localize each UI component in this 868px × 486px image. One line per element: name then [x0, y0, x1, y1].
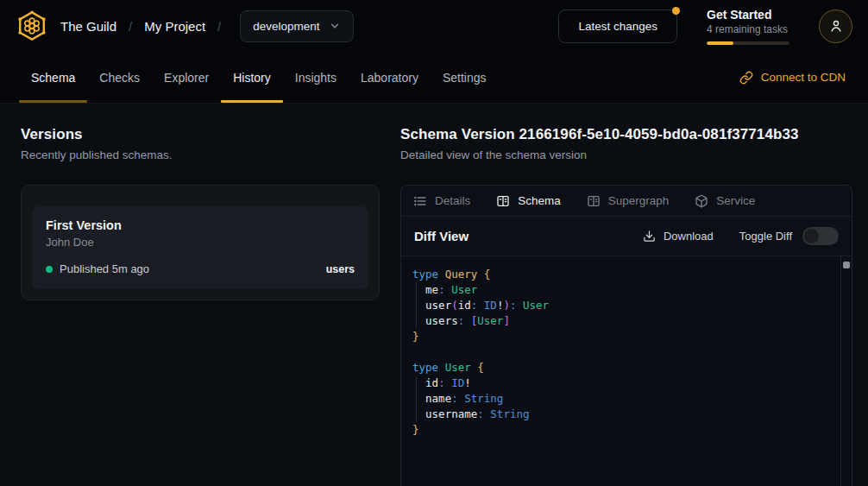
person-icon: [828, 18, 844, 34]
target-selector-dropdown[interactable]: development: [240, 10, 353, 42]
detail-tab-service[interactable]: Service: [695, 194, 755, 208]
connect-to-cdn-button[interactable]: Connect to CDN: [739, 52, 849, 103]
download-button[interactable]: Download: [643, 230, 714, 243]
service-badge: users: [326, 263, 355, 275]
code-line: me: User: [412, 282, 831, 298]
cube-icon: [695, 194, 708, 208]
code-line: username: String: [412, 407, 831, 422]
get-started-progressbar: [707, 41, 789, 45]
code-line: id: ID!: [412, 376, 831, 391]
detail-tab-schema[interactable]: Schema: [496, 194, 561, 208]
code-line: users: [User]: [412, 313, 831, 329]
detail-tab-label: Details: [435, 194, 470, 207]
versions-list-card: First Version John Doe Published 5m ago …: [21, 185, 380, 300]
diff-view-header: Diff View Download Toggle Diff: [401, 217, 852, 256]
hive-logo-icon[interactable]: [16, 9, 48, 42]
get-started-title: Get Started: [707, 8, 789, 22]
nav-tab-list: SchemaChecksExplorerHistoryInsightsLabor…: [19, 52, 499, 103]
toggle-knob: [804, 229, 819, 243]
main-nav: SchemaChecksExplorerHistoryInsightsLabor…: [0, 52, 868, 104]
schema-detail-card: DetailsSchemaSupergraphService Diff View…: [400, 185, 852, 486]
nav-tab-settings[interactable]: Settings: [431, 52, 499, 103]
code-scrollbar[interactable]: [840, 256, 852, 486]
breadcrumb: The Guild / My Project / development: [16, 9, 354, 42]
user-avatar-button[interactable]: [819, 9, 852, 43]
code-line: type User {: [412, 360, 831, 376]
detail-tab-supergraph[interactable]: Supergraph: [587, 194, 670, 208]
download-label: Download: [664, 230, 714, 243]
version-author: John Doe: [46, 236, 355, 249]
version-name: First Version: [46, 218, 355, 232]
get-started-progress-fill: [707, 41, 733, 45]
detail-tab-label: Supergraph: [608, 194, 670, 207]
nav-tab-insights[interactable]: Insights: [283, 52, 349, 103]
breadcrumb-org[interactable]: The Guild: [60, 19, 116, 34]
schema-version-title: Schema Version 2166196f-5e10-4059-bd0a-0…: [400, 126, 852, 143]
detail-tab-label: Schema: [518, 194, 561, 207]
version-list-item[interactable]: First Version John Doe Published 5m ago …: [32, 206, 368, 289]
toggle-diff-label: Toggle Diff: [739, 230, 792, 243]
notification-dot: [672, 7, 680, 15]
download-icon: [643, 230, 656, 243]
versions-panel: Versions Recently published schemas. Fir…: [0, 104, 400, 486]
nav-tab-explorer[interactable]: Explorer: [152, 52, 221, 103]
code-block: type Query { me: User user(id: ID!): Use…: [412, 267, 831, 438]
code-line: }: [412, 329, 831, 344]
nav-tab-history[interactable]: History: [221, 52, 283, 103]
nav-tab-checks[interactable]: Checks: [87, 52, 152, 103]
scrollbar-thumb[interactable]: [843, 262, 850, 268]
diff-view-title: Diff View: [414, 229, 469, 243]
top-header: The Guild / My Project / development Lat…: [0, 0, 868, 52]
breadcrumb-separator: /: [217, 19, 221, 34]
schema-code-viewer[interactable]: type Query { me: User user(id: ID!): Use…: [401, 256, 852, 486]
latest-changes-button[interactable]: Latest changes: [558, 9, 677, 43]
link-icon: [739, 71, 753, 85]
versions-title: Versions: [21, 126, 380, 143]
breadcrumb-project[interactable]: My Project: [144, 19, 205, 34]
code-line: user(id: ID!): User: [412, 298, 831, 313]
breadcrumb-separator: /: [129, 19, 132, 34]
columns-icon: [587, 194, 601, 208]
code-line: name: String: [412, 391, 831, 407]
versions-subtitle: Recently published schemas.: [21, 148, 380, 161]
chevron-down-icon: [329, 20, 341, 32]
detail-tab-list: DetailsSchemaSupergraphService: [401, 186, 852, 217]
connect-to-cdn-label: Connect to CDN: [761, 71, 846, 84]
get-started-subtitle: 4 remaining tasks: [707, 23, 789, 35]
get-started-widget[interactable]: Get Started 4 remaining tasks: [707, 8, 789, 45]
detail-tab-label: Service: [716, 194, 755, 207]
code-line: [412, 344, 831, 360]
toggle-diff-switch[interactable]: [802, 227, 839, 245]
version-status: Published 5m ago: [60, 262, 149, 275]
target-selector-value: development: [253, 20, 319, 33]
code-line: type Query {: [412, 267, 831, 282]
nav-tab-laboratory[interactable]: Laboratory: [349, 52, 431, 103]
code-line: }: [412, 422, 831, 438]
schema-version-panel: Schema Version 2166196f-5e10-4059-bd0a-0…: [400, 104, 868, 486]
main-content: Versions Recently published schemas. Fir…: [0, 104, 868, 486]
schema-version-subtitle: Detailed view of the schema version: [400, 148, 852, 161]
columns-icon: [496, 194, 510, 208]
latest-changes-label: Latest changes: [578, 20, 657, 33]
list-icon: [413, 194, 427, 208]
published-status-dot: [46, 266, 53, 273]
detail-tab-details[interactable]: Details: [413, 194, 470, 208]
nav-tab-schema[interactable]: Schema: [19, 52, 87, 103]
